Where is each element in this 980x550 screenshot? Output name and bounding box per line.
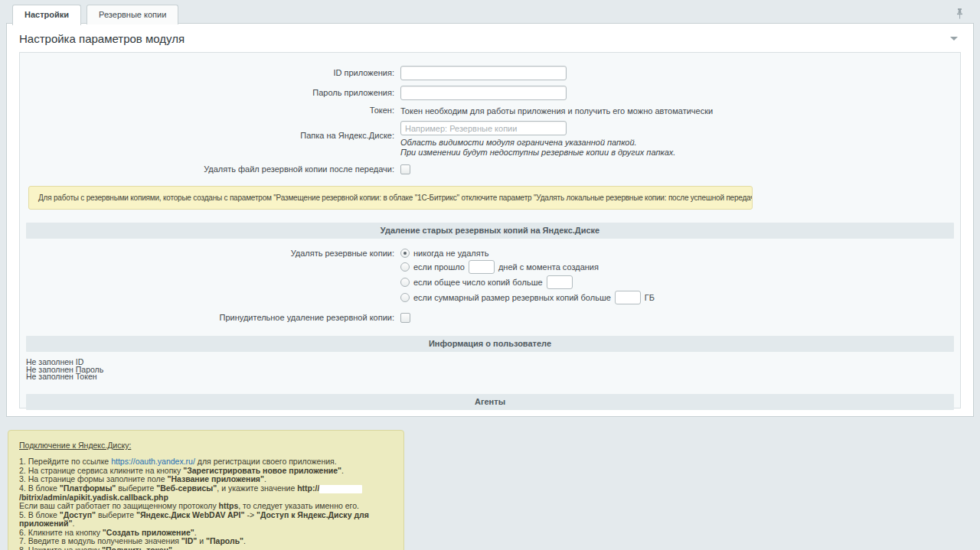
help-step-text: . <box>172 545 175 550</box>
cleanup-option-days: если прошло дней с момента создания <box>400 260 655 274</box>
help-step-text: 3. На странице формы заполните поле <box>19 474 167 483</box>
collapse-chevron-down-icon[interactable] <box>950 37 958 41</box>
page-title: Настройка параметров модуля <box>19 32 185 45</box>
app-id-row: ID приложения: <box>20 66 960 80</box>
cloud-backup-alert: Для работы с резервными копиями, которые… <box>28 186 753 210</box>
help-steps: 1. Перейдите по ссылке https://oauth.yan… <box>19 457 393 550</box>
redacted-domain <box>319 485 362 493</box>
help-step-text: для регистрации своего приложения. <box>195 457 337 466</box>
help-step-text: и <box>197 536 206 545</box>
alert-text: Для работы с резервными копиями, которые… <box>38 194 753 202</box>
help-step: 5. В блоке "Доступ" выберите "Яндекс.Дис… <box>19 511 393 529</box>
help-step-text: . <box>243 536 246 545</box>
help-step-text: 6. Кликните на кнопку <box>19 528 103 537</box>
section-user-info-header: Информация о пользователе <box>26 336 954 352</box>
tab-settings[interactable]: Настройки <box>12 5 81 25</box>
help-step-text: "Веб-сервисы" <box>156 483 217 493</box>
size-input[interactable] <box>615 291 641 304</box>
oauth-yandex-link[interactable]: https://oauth.yandex.ru/ <box>111 457 195 466</box>
settings-panel: Настройка параметров модуля ID приложени… <box>6 23 974 417</box>
cleanup-option-never: никогда не удалять <box>400 247 655 259</box>
radio-count-prefix: если общее число копий больше <box>413 278 543 287</box>
section-cleanup-header: Удаление старых резервных копий на Яндек… <box>26 223 954 239</box>
help-step-text: 5. В блоке <box>19 510 60 519</box>
section-agents-header: Агенты <box>26 394 954 410</box>
delete-after-row: Удалять файл резервной копии после перед… <box>20 164 960 174</box>
force-delete-row: Принудительное удаление резервной копии: <box>20 313 960 323</box>
app-password-input[interactable] <box>400 86 567 100</box>
help-step-text: "Доступ" <box>60 510 96 519</box>
help-step: 4. В блоке "Платформы" выберите "Веб-сер… <box>19 484 393 502</box>
app-id-label: ID приложения: <box>20 68 400 78</box>
help-step-text: https <box>219 501 239 510</box>
cleanup-label: Удалять резервные копии: <box>20 247 400 259</box>
radio-size[interactable] <box>400 293 410 302</box>
help-step-text: , то следует указать именно его. <box>238 501 359 510</box>
help-step-text: 2. На странице сервиса кликните на кнопк… <box>19 466 183 475</box>
help-step-text: Если ваш сайт работает по защищенному пр… <box>19 501 219 510</box>
folder-note-line2: При изменении будут недоступны резервные… <box>400 148 675 158</box>
cleanup-options-row: Удалять резервные копии: никогда не удал… <box>20 247 960 306</box>
folder-note-line1: Область видимости модуля ограничена указ… <box>400 138 675 148</box>
help-step-text: выберите <box>116 483 156 493</box>
help-step-text: 4. В блоке <box>19 483 60 493</box>
help-step-text: "Зарегистрировать новое приложение" <box>183 466 341 475</box>
app-password-row: Пароль приложения: <box>20 86 960 100</box>
days-input[interactable] <box>469 260 495 274</box>
help-step-text: "Яндекс.Диск WebDAV API" <box>136 510 245 519</box>
help-step-text: 1. Перейдите по ссылке <box>19 457 111 466</box>
help-step-text: 8. Нажмите на кнопку <box>19 545 102 550</box>
app-password-label: Пароль приложения: <box>20 88 400 98</box>
folder-row: Папка на Яндекс.Диске: Область видимости… <box>20 121 960 158</box>
help-step-text: . <box>72 519 74 528</box>
help-step-text: "Пароль" <box>206 536 243 545</box>
user-info-list: Не заполнен ID Не заполнен Пароль Не зап… <box>26 359 960 381</box>
pin-icon[interactable] <box>956 8 964 21</box>
radio-count[interactable] <box>400 278 410 287</box>
radio-size-suffix: ГБ <box>645 293 655 302</box>
tab-backups[interactable]: Резервные копии <box>87 5 178 24</box>
radio-size-prefix: если суммарный размер резервных копий бо… <box>413 293 611 302</box>
token-note: Токен необходим для работы приложения и … <box>400 106 713 116</box>
user-info-line: Не заполнен Токен <box>26 373 960 381</box>
help-step-text: "Платформы" <box>60 483 116 493</box>
token-row: Токен: Токен необходим для работы прилож… <box>20 106 960 116</box>
force-delete-checkbox[interactable] <box>400 313 410 323</box>
help-step-text: "Получить токен" <box>102 545 172 550</box>
user-info-line: Не заполнен Пароль <box>26 366 960 374</box>
help-step-text: "ID" <box>181 536 197 545</box>
help-step-text: http:// <box>297 483 319 493</box>
cleanup-option-count: если общее число копий больше <box>400 275 655 289</box>
user-info-line: Не заполнен ID <box>26 359 960 366</box>
help-step-text: . <box>264 474 266 483</box>
help-step-text: /bitrix/admin/apikit.yadisk.callback.php <box>19 493 168 502</box>
module-settings-form: ID приложения: Пароль приложения: Токен:… <box>19 52 961 408</box>
radio-never[interactable] <box>400 249 410 258</box>
help-step-text: 7. Введите в модуль полученные значения <box>19 536 181 545</box>
help-step-text: . <box>194 528 197 537</box>
help-title: Подключение к Яндекс.Диску: <box>19 441 393 450</box>
delete-after-label: Удалять файл резервной копии после перед… <box>20 164 400 174</box>
radio-days-suffix: дней с момента создания <box>498 262 599 272</box>
folder-input[interactable] <box>400 121 567 135</box>
help-step-text: "Создать приложение" <box>103 528 194 537</box>
radio-days-prefix: если прошло <box>413 262 465 272</box>
help-step-text: , и укажите значение <box>217 483 297 493</box>
folder-label: Папка на Яндекс.Диске: <box>20 121 400 141</box>
count-input[interactable] <box>547 275 573 289</box>
help-step-text: "Название приложения" <box>167 474 264 483</box>
token-label: Токен: <box>20 106 400 116</box>
help-step: 8. Нажмите на кнопку "Получить токен". <box>19 546 393 550</box>
yandex-disk-help-box: Подключение к Яндекс.Диску: 1. Перейдите… <box>8 430 404 550</box>
delete-after-checkbox[interactable] <box>400 164 410 174</box>
help-step-text: -> <box>244 510 256 519</box>
help-step-text: . <box>341 466 344 475</box>
force-delete-label: Принудительное удаление резервной копии: <box>20 313 400 323</box>
radio-never-label: никогда не удалять <box>413 249 488 258</box>
radio-days[interactable] <box>400 262 410 272</box>
cleanup-option-size: если суммарный размер резервных копий бо… <box>400 291 655 304</box>
panel-header: Настройка параметров модуля <box>7 24 973 52</box>
app-id-input[interactable] <box>400 66 567 80</box>
tab-bar: Настройки Резервные копии <box>0 0 980 23</box>
help-step-text: выберите <box>96 510 136 519</box>
